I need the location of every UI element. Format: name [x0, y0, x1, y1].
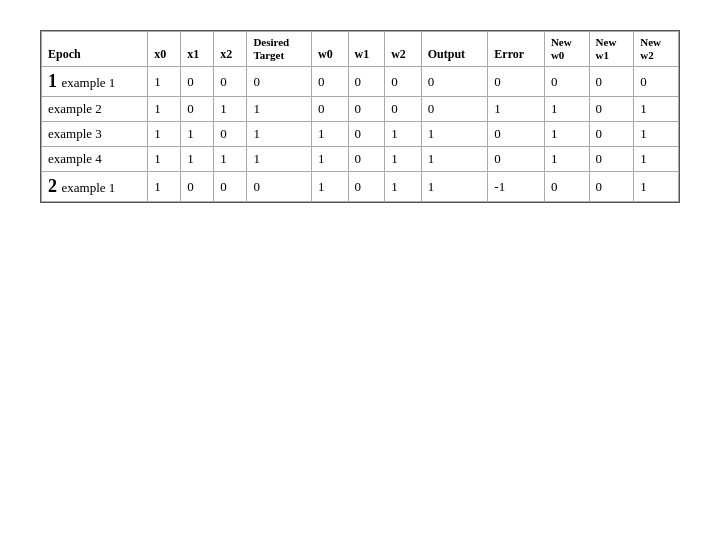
data-cell: 0 — [311, 97, 348, 122]
data-cell: 1 — [634, 147, 679, 172]
data-cell: 1 — [421, 172, 488, 202]
data-cell: 0 — [589, 172, 634, 202]
data-cell: 1 — [544, 97, 589, 122]
data-cell: 1 — [634, 172, 679, 202]
data-cell: 0 — [488, 67, 545, 97]
epoch-cell: example 3 — [42, 122, 148, 147]
data-cell: 1 — [148, 147, 181, 172]
example-label: example 2 — [48, 101, 102, 116]
data-cell: 1 — [148, 97, 181, 122]
training-table: Epoch x0 x1 x2 DesiredTarget w0 w1 w2 Ou… — [41, 31, 679, 202]
table-row: example 3110110110101 — [42, 122, 679, 147]
data-cell: 1 — [421, 122, 488, 147]
data-cell: 0 — [181, 67, 214, 97]
data-cell: 0 — [421, 67, 488, 97]
data-cell: 1 — [385, 172, 422, 202]
data-cell: 1 — [385, 122, 422, 147]
data-cell: 0 — [181, 97, 214, 122]
data-cell: 1 — [544, 147, 589, 172]
data-cell: 1 — [148, 172, 181, 202]
data-cell: 0 — [589, 122, 634, 147]
table-row: 2 example 110001011-1001 — [42, 172, 679, 202]
header-x1: x1 — [181, 32, 214, 67]
data-cell: 0 — [589, 97, 634, 122]
data-cell: 1 — [181, 147, 214, 172]
data-cell: 0 — [181, 172, 214, 202]
header-w2: w2 — [385, 32, 422, 67]
data-cell: 0 — [214, 122, 247, 147]
main-table-wrapper: Epoch x0 x1 x2 DesiredTarget w0 w1 w2 Ou… — [40, 30, 680, 203]
table-row: example 2101100001101 — [42, 97, 679, 122]
data-cell: 0 — [385, 67, 422, 97]
data-cell: 0 — [214, 67, 247, 97]
epoch-cell: 2 example 1 — [42, 172, 148, 202]
header-epoch: Epoch — [42, 32, 148, 67]
data-cell: 1 — [311, 147, 348, 172]
header-desired-target: DesiredTarget — [247, 32, 312, 67]
data-cell: 1 — [148, 67, 181, 97]
data-cell: 0 — [247, 172, 312, 202]
data-cell: 0 — [634, 67, 679, 97]
epoch-cell: example 4 — [42, 147, 148, 172]
data-cell: 1 — [247, 97, 312, 122]
header-w1: w1 — [348, 32, 385, 67]
example-label: example 1 — [62, 75, 116, 90]
data-cell: 0 — [348, 122, 385, 147]
data-cell: 1 — [214, 97, 247, 122]
header-new-w0: Neww0 — [544, 32, 589, 67]
example-label: example 1 — [62, 180, 116, 195]
data-cell: 0 — [544, 172, 589, 202]
header-x0: x0 — [148, 32, 181, 67]
data-cell: 1 — [311, 122, 348, 147]
header-error: Error — [488, 32, 545, 67]
data-cell: 1 — [311, 172, 348, 202]
header-x2: x2 — [214, 32, 247, 67]
epoch-cell: example 2 — [42, 97, 148, 122]
data-cell: 1 — [421, 147, 488, 172]
header-w0: w0 — [311, 32, 348, 67]
data-cell: 0 — [488, 122, 545, 147]
data-cell: 0 — [589, 67, 634, 97]
data-cell: 1 — [181, 122, 214, 147]
data-cell: 1 — [247, 147, 312, 172]
data-cell: 1 — [214, 147, 247, 172]
example-label: example 3 — [48, 126, 102, 141]
table-row: example 4111110110101 — [42, 147, 679, 172]
header-new-w2: Neww2 — [634, 32, 679, 67]
epoch-number: 2 — [48, 176, 62, 196]
data-cell: 1 — [634, 122, 679, 147]
data-cell: 1 — [634, 97, 679, 122]
table-row: 1 example 1100000000000 — [42, 67, 679, 97]
data-cell: 0 — [348, 97, 385, 122]
data-cell: 0 — [311, 67, 348, 97]
data-cell: 1 — [488, 97, 545, 122]
data-cell: 0 — [589, 147, 634, 172]
data-cell: 1 — [544, 122, 589, 147]
data-cell: 0 — [544, 67, 589, 97]
data-cell: 0 — [348, 172, 385, 202]
example-label: example 4 — [48, 151, 102, 166]
data-cell: 0 — [348, 67, 385, 97]
data-cell: -1 — [488, 172, 545, 202]
data-cell: 1 — [385, 147, 422, 172]
data-cell: 0 — [421, 97, 488, 122]
header-output: Output — [421, 32, 488, 67]
data-cell: 0 — [348, 147, 385, 172]
data-cell: 0 — [488, 147, 545, 172]
data-cell: 1 — [148, 122, 181, 147]
epoch-number: 1 — [48, 71, 62, 91]
data-cell: 0 — [385, 97, 422, 122]
data-cell: 0 — [247, 67, 312, 97]
header-new-w1: Neww1 — [589, 32, 634, 67]
epoch-cell: 1 example 1 — [42, 67, 148, 97]
data-cell: 0 — [214, 172, 247, 202]
data-cell: 1 — [247, 122, 312, 147]
